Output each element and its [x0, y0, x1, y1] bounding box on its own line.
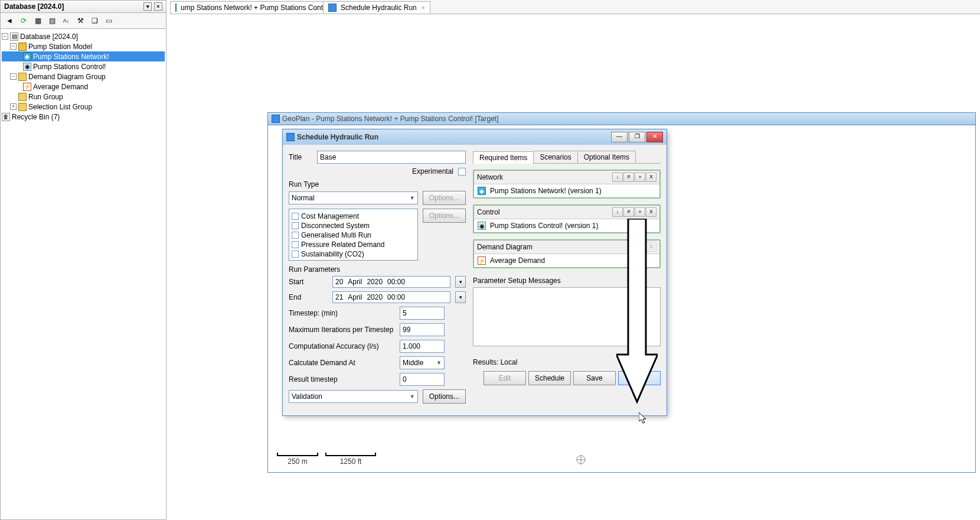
tab-scenarios[interactable]: Scenarios — [533, 151, 577, 163]
dialog-icon — [328, 4, 337, 12]
item-down-button[interactable]: ↓ — [612, 173, 623, 182]
recycle-bin-icon: 🗑 — [2, 113, 10, 121]
doc-tab-geoplan[interactable]: ump Stations Network! + Pump Stations Co… — [170, 1, 324, 14]
schedule-button[interactable]: Schedule — [528, 371, 571, 385]
item-next-button[interactable]: » — [635, 207, 645, 217]
demand-diagram-icon: ⚡ — [23, 83, 31, 91]
database-tree[interactable]: − ▤ Database [2024.0] − Pump Station Mod… — [1, 29, 166, 124]
maxit-label: Maximum Iterations per Timestep — [289, 326, 395, 334]
accuracy-label: Computational Accuracy (l/s) — [289, 342, 395, 350]
messages-box[interactable] — [473, 287, 661, 346]
network-header: Network — [477, 173, 503, 181]
group-icon — [18, 103, 27, 111]
timestep-label: Timestep: (min) — [289, 309, 395, 317]
runtype-combo[interactable]: Normal▼ — [289, 191, 418, 204]
demand-group-icon — [18, 73, 27, 81]
prd-checkbox[interactable] — [292, 241, 299, 248]
list-options-button[interactable]: Options... — [423, 209, 466, 223]
toolbar-icon-5[interactable]: ▭ — [103, 15, 114, 26]
dialog-title-bar[interactable]: Schedule Hydraulic Run — ❐ ✕ — [283, 129, 667, 145]
disconnected-checkbox[interactable] — [292, 222, 299, 229]
close-button[interactable]: ✕ — [646, 132, 663, 142]
tree-recycle-bin[interactable]: 🗑 Recycle Bin (7) — [2, 112, 165, 122]
panel-menu-icon[interactable]: ▾ — [143, 2, 152, 11]
group-icon — [18, 93, 27, 101]
control-header: Control — [477, 208, 500, 216]
edit-button[interactable]: Edit — [484, 371, 526, 385]
tab-close-icon[interactable]: × — [422, 5, 425, 11]
toolbar-icon-1[interactable]: ▦ — [32, 15, 43, 26]
panel-close-icon[interactable]: × — [154, 2, 162, 11]
tree-model[interactable]: − Pump Station Model — [2, 41, 165, 51]
toolbar-icon-4[interactable]: ❏ — [89, 15, 100, 26]
experimental-label: Experimental — [412, 167, 453, 176]
start-date-dropdown[interactable]: ▾ — [455, 276, 466, 288]
start-label: Start — [289, 278, 328, 286]
dialog-icon — [286, 133, 295, 141]
demand-diagram-icon: ⚡ — [478, 256, 486, 265]
tree-toggle-icon[interactable]: − — [10, 73, 17, 80]
doc-tab-schedule[interactable]: Schedule Hydraulic Run × — [323, 1, 430, 14]
co2-checkbox[interactable] — [292, 251, 299, 258]
experimental-checkbox[interactable] — [458, 168, 466, 176]
title-input[interactable] — [317, 151, 466, 164]
tree-root[interactable]: − ▤ Database [2024.0] — [2, 31, 165, 41]
tab-optional[interactable]: Optional Items — [577, 151, 636, 163]
tree-avg-demand[interactable]: ⚡ Average Demand — [2, 82, 165, 92]
demand-diagram-item: Demand Diagram » X ⚡Average Demand — [473, 239, 661, 268]
network-icon: ◆ — [478, 187, 486, 195]
messages-label: Parameter Setup Messages — [473, 277, 661, 285]
tree-dd-group[interactable]: − Demand Diagram Group — [2, 72, 165, 82]
model-group-icon — [18, 43, 27, 51]
run-params-label: Run Parameters — [289, 265, 466, 274]
dialog-title-text: Schedule Hydraulic Run — [297, 133, 378, 141]
save-button[interactable]: Save — [573, 371, 616, 385]
runtype-label: Run Type — [289, 180, 466, 188]
item-down-button[interactable]: ↓ — [612, 207, 623, 217]
end-date-dropdown[interactable]: ▾ — [455, 291, 466, 303]
tree-run-group[interactable]: Run Group — [2, 92, 165, 102]
maximize-button[interactable]: ❐ — [629, 132, 645, 142]
minimize-button[interactable]: — — [611, 132, 628, 142]
item-hash-button[interactable]: # — [623, 173, 634, 182]
runtype-options-button[interactable]: Options... — [423, 191, 466, 205]
gmr-checkbox[interactable] — [292, 232, 299, 239]
start-date-field[interactable]: 20April202000:00 — [332, 276, 450, 288]
tree-toggle-icon[interactable]: − — [10, 43, 17, 50]
back-icon[interactable]: ◄ — [4, 15, 15, 26]
item-hash-button[interactable]: # — [623, 207, 634, 217]
item-next-button[interactable]: » — [635, 173, 645, 182]
tree-control[interactable]: ◉ Pump Stations Control! — [2, 61, 165, 72]
calc-demand-combo[interactable]: Middle▼ — [400, 356, 445, 369]
maxit-input[interactable] — [400, 323, 445, 336]
result-ts-input[interactable] — [400, 373, 445, 386]
tree-toggle-icon[interactable]: − — [2, 33, 8, 40]
accuracy-input[interactable] — [400, 340, 445, 353]
validation-combo[interactable]: Validation▼ — [289, 390, 418, 403]
result-ts-label: Result timestep — [289, 375, 395, 384]
validation-options-button[interactable]: Options... — [423, 389, 466, 404]
geoplan-title-text: GeoPlan - Pump Stations Network! + Pump … — [282, 115, 499, 123]
item-next-button[interactable]: » — [635, 242, 645, 252]
refresh-icon[interactable]: ⟳ — [18, 15, 29, 26]
tree-toggle-icon[interactable]: + — [10, 103, 17, 110]
cost-checkbox[interactable] — [292, 213, 299, 220]
toolbar-icon-2[interactable]: ▤ — [47, 15, 57, 26]
sort-az-icon[interactable]: A↓ — [61, 15, 71, 26]
demand-diagram-header: Demand Diagram — [477, 243, 533, 251]
timestep-input[interactable] — [400, 307, 445, 320]
database-title-text: Database [2024.0] — [4, 2, 64, 11]
tree-network[interactable]: ◆ Pump Stations Network! — [2, 51, 165, 61]
end-date-field[interactable]: 21April202000:00 — [332, 291, 450, 303]
geoplan-title-bar[interactable]: GeoPlan - Pump Stations Network! + Pump … — [268, 113, 975, 125]
tree-sel-group[interactable]: + Selection List Group — [2, 102, 165, 112]
item-clear-button[interactable]: X — [646, 173, 656, 182]
toolbar-icon-3[interactable]: ⚒ — [75, 15, 86, 26]
run-button[interactable]: Run — [618, 371, 661, 385]
scale-bar: 250 m 1250 ft — [277, 453, 376, 466]
item-clear-button[interactable]: X — [646, 207, 656, 217]
run-options-list[interactable]: Cost Management Disconnected System Gene… — [289, 209, 418, 261]
item-clear-button[interactable]: X — [646, 242, 656, 252]
calc-demand-label: Calculate Demand At — [289, 359, 395, 367]
tab-required[interactable]: Required Items — [473, 151, 534, 164]
